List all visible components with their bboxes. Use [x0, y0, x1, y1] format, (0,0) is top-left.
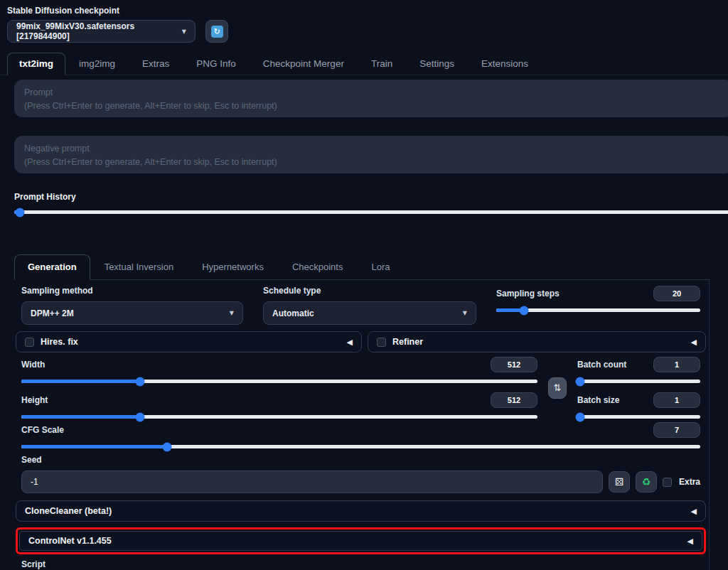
- script-control: Script None ▼: [16, 559, 706, 570]
- width-slider[interactable]: [21, 380, 537, 383]
- prompt-zone: Prompt (Press Ctrl+Enter to generate, Al…: [0, 80, 728, 214]
- refiner-label: Refiner: [392, 337, 423, 347]
- seed-extra-checkbox[interactable]: [663, 478, 672, 487]
- checkpoint-label: Stable Diffusion checkpoint: [7, 6, 728, 16]
- refresh-checkpoints-button[interactable]: ↻: [205, 20, 228, 43]
- recycle-icon: ♻: [642, 476, 651, 488]
- cfg-scale-slider[interactable]: [21, 445, 700, 448]
- schedule-type-value: Automatic: [272, 308, 314, 318]
- tab-extras[interactable]: Extras: [129, 53, 183, 75]
- clonecleaner-accordion[interactable]: CloneCleaner (beta!) ◀: [16, 500, 706, 522]
- seed-extra-label: Extra: [679, 477, 700, 487]
- cfg-scale-input[interactable]: [653, 422, 700, 438]
- tab-generation[interactable]: Generation: [14, 254, 90, 280]
- height-slider-fill: [21, 415, 140, 419]
- prompt-placeholder-title: Prompt: [24, 86, 724, 100]
- collapse-arrow-icon: ◀: [691, 338, 697, 347]
- seed-label: Seed: [21, 455, 700, 465]
- schedule-type-label: Schedule type: [263, 286, 476, 296]
- sampling-method-dropdown[interactable]: DPM++ 2M ▼: [21, 301, 243, 325]
- sampling-method-control: Sampling method DPM++ 2M ▼: [16, 286, 249, 325]
- tab-settings[interactable]: Settings: [406, 53, 468, 75]
- batch-size-input[interactable]: [653, 392, 700, 408]
- refiner-checkbox[interactable]: [377, 338, 386, 347]
- batch-count-input[interactable]: [653, 357, 700, 372]
- width-input[interactable]: [491, 357, 537, 372]
- controlnet-accordion[interactable]: ControlNet v1.1.455 ◀: [19, 531, 702, 551]
- chevron-down-icon: ▼: [230, 310, 234, 316]
- dice-icon: ⚄: [615, 476, 623, 488]
- cfg-scale-slider-handle[interactable]: [163, 442, 172, 451]
- generation-tabbar: Generation Textual Inversion Hypernetwor…: [14, 254, 710, 280]
- sampling-steps-slider[interactable]: [496, 308, 700, 312]
- batch-count-slider-handle[interactable]: [576, 377, 585, 386]
- controlnet-label: ControlNet v1.1.455: [28, 536, 112, 546]
- collapse-arrow-icon: ◀: [347, 338, 353, 347]
- collapse-arrow-icon: ◀: [687, 537, 693, 546]
- chevron-down-icon: ▼: [463, 310, 467, 316]
- cfg-scale-label: CFG Scale: [21, 425, 64, 435]
- checkpoint-dropdown[interactable]: 99mix_99MixV30.safetensors [2179844900] …: [7, 20, 196, 43]
- sampling-steps-slider-handle[interactable]: [519, 306, 528, 315]
- tab-train[interactable]: Train: [358, 53, 406, 75]
- swap-dimensions-button[interactable]: ⇅: [548, 377, 567, 399]
- seed-control: Seed ⚄ ♻ Extra: [16, 455, 706, 493]
- negative-prompt-placeholder-hint: (Press Ctrl+Enter to generate, Alt+Enter…: [24, 156, 724, 169]
- refresh-icon: ↻: [211, 26, 223, 38]
- sampling-steps-control: Sampling steps: [491, 286, 706, 325]
- width-label: Width: [21, 360, 45, 370]
- sampling-method-label: Sampling method: [21, 286, 243, 296]
- prompt-history-control: Prompt History: [14, 192, 728, 214]
- prompt-history-slider-handle[interactable]: [16, 208, 25, 217]
- generation-panel: Sampling method DPM++ 2M ▼ Schedule type…: [14, 280, 710, 570]
- clonecleaner-label: CloneCleaner (beta!): [25, 506, 112, 516]
- checkpoint-header: Stable Diffusion checkpoint 99mix_99MixV…: [0, 0, 728, 43]
- prompt-input[interactable]: Prompt (Press Ctrl+Enter to generate, Al…: [14, 80, 728, 117]
- hires-fix-label: Hires. fix: [41, 337, 78, 347]
- refiner-accordion[interactable]: Refiner ◀: [368, 331, 706, 353]
- tab-textual-inversion[interactable]: Textual Inversion: [90, 255, 188, 279]
- negative-prompt-input[interactable]: Negative prompt (Press Ctrl+Enter to gen…: [14, 136, 728, 173]
- reuse-seed-button[interactable]: ♻: [636, 471, 657, 493]
- hires-fix-checkbox[interactable]: [25, 338, 34, 347]
- checkpoint-value: 99mix_99MixV30.safetensors [2179844900]: [16, 21, 175, 41]
- controlnet-highlight-box: ControlNet v1.1.455 ◀: [16, 527, 706, 554]
- tab-checkpoints[interactable]: Checkpoints: [278, 255, 358, 279]
- prompt-history-label: Prompt History: [14, 192, 728, 202]
- batch-size-control: Batch size: [572, 392, 706, 419]
- batch-count-slider[interactable]: [577, 380, 700, 383]
- batch-size-slider[interactable]: [577, 415, 700, 419]
- script-label: Script: [21, 559, 700, 569]
- schedule-type-dropdown[interactable]: Automatic ▼: [263, 301, 476, 325]
- negative-prompt-placeholder-title: Negative prompt: [24, 142, 724, 156]
- tab-txt2img[interactable]: txt2img: [7, 53, 65, 75]
- main-tabbar: txt2img img2img Extras PNG Info Checkpoi…: [0, 53, 728, 75]
- width-slider-handle[interactable]: [135, 377, 144, 386]
- height-slider-handle[interactable]: [135, 412, 144, 421]
- height-label: Height: [21, 395, 48, 405]
- random-seed-button[interactable]: ⚄: [609, 471, 630, 493]
- tab-lora[interactable]: Lora: [357, 255, 404, 279]
- sampling-method-value: DPM++ 2M: [31, 308, 74, 318]
- collapse-arrow-icon: ◀: [691, 507, 697, 516]
- tab-checkpoint-merger[interactable]: Checkpoint Merger: [250, 53, 358, 75]
- seed-input[interactable]: [21, 470, 603, 493]
- hires-fix-accordion[interactable]: Hires. fix ◀: [16, 331, 362, 353]
- width-slider-fill: [21, 380, 140, 383]
- batch-size-slider-handle[interactable]: [576, 412, 585, 421]
- batch-count-label: Batch count: [577, 360, 626, 370]
- prompt-history-slider[interactable]: [14, 210, 728, 214]
- prompt-placeholder-hint: (Press Ctrl+Enter to generate, Alt+Enter…: [24, 100, 724, 113]
- cfg-scale-control: CFG Scale: [16, 422, 706, 448]
- schedule-type-control: Schedule type Automatic ▼: [257, 286, 482, 325]
- chevron-down-icon: ▼: [182, 28, 186, 35]
- tab-extensions[interactable]: Extensions: [468, 53, 542, 75]
- tab-img2img[interactable]: img2img: [65, 53, 129, 75]
- sampling-steps-input[interactable]: [653, 286, 700, 301]
- height-slider[interactable]: [21, 415, 537, 419]
- tab-png-info[interactable]: PNG Info: [183, 53, 250, 75]
- batch-count-control: Batch count: [572, 357, 706, 383]
- height-input[interactable]: [491, 392, 537, 408]
- height-control: Height: [16, 392, 543, 419]
- tab-hypernetworks[interactable]: Hypernetworks: [188, 255, 278, 279]
